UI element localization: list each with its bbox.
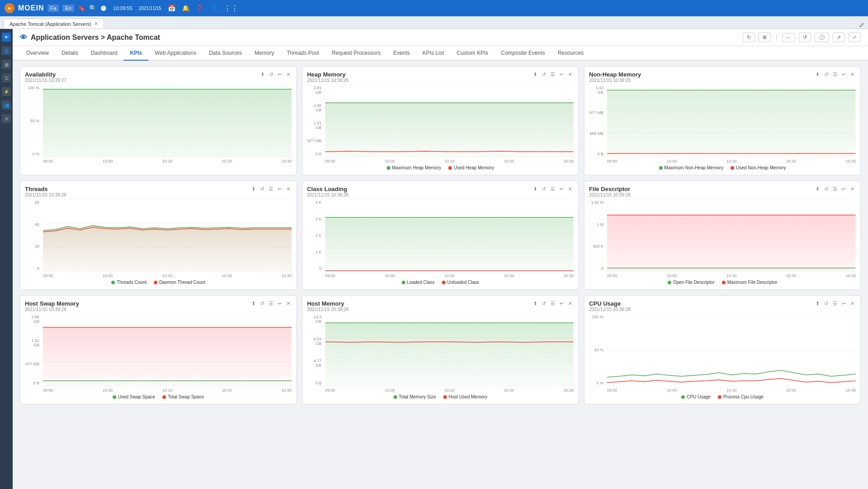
heap-memory-title: Heap Memory (307, 71, 349, 78)
cpu-reset-btn[interactable]: ↩ (840, 300, 847, 307)
y-label: 1 K (307, 250, 323, 254)
expand-button[interactable]: ⤢ (849, 33, 861, 42)
x-label: 10:00 (667, 159, 677, 163)
help-icon[interactable]: ❓ (196, 5, 204, 12)
x-label: 09:50 (325, 159, 336, 163)
host-memory-card: Host Memory 2021/11/15 10:39:28 ⬆ ↺ ☰ ↩ … (302, 295, 579, 404)
tab-kpis[interactable]: KPIs (123, 46, 148, 61)
heap-reset-btn[interactable]: ↩ (558, 71, 565, 78)
refresh-rate-button[interactable]: ↻ (743, 33, 755, 42)
class-close-btn[interactable]: ✕ (567, 186, 574, 192)
share-button[interactable]: ⇗ (833, 33, 845, 42)
non-heap-upload-btn[interactable]: ⬆ (814, 71, 821, 78)
cpu-refresh-btn[interactable]: ↺ (823, 300, 830, 307)
search-icon[interactable]: 🔍 (89, 5, 97, 12)
sidebar-item-list[interactable]: ☰ (2, 73, 11, 82)
sidebar-item-alerts[interactable]: ⚡ (2, 87, 11, 96)
availability-reset-btn[interactable]: ↩ (276, 71, 283, 78)
threads-refresh-btn[interactable]: ↺ (259, 186, 266, 192)
class-reset-btn[interactable]: ↩ (558, 186, 565, 192)
cpu-upload-btn[interactable]: ⬆ (814, 300, 821, 307)
tab-overview[interactable]: Overview (20, 46, 55, 61)
threads-reset-btn[interactable]: ↩ (276, 186, 283, 192)
swap-reset-btn[interactable]: ↩ (276, 300, 283, 307)
hm-refresh-btn[interactable]: ↺ (541, 300, 547, 307)
swap-list-btn[interactable]: ☰ (267, 300, 275, 307)
non-heap-close-btn[interactable]: ✕ (849, 71, 856, 78)
tab-details[interactable]: Details (55, 46, 85, 61)
sidebar-item-settings[interactable]: ⚙ (2, 114, 11, 123)
cpu-list-btn[interactable]: ☰ (831, 300, 839, 307)
heap-upload-btn[interactable]: ⬆ (532, 71, 539, 78)
availability-title: Availability (25, 71, 66, 78)
y-label: 0 B (307, 152, 323, 156)
hm-close-btn[interactable]: ✕ (567, 300, 574, 307)
class-list-btn[interactable]: ☰ (549, 186, 556, 192)
sidebar-item-dashboard[interactable]: ▦ (2, 60, 11, 69)
fd-reset-btn[interactable]: ↩ (840, 186, 847, 192)
heap-refresh-btn[interactable]: ↺ (541, 71, 547, 78)
availability-header: Availability 2021/11/15 10:39:27 ⬆ ↺ ↩ ✕ (25, 71, 292, 83)
bookmark-icon[interactable]: 🔖 (78, 5, 85, 12)
threads-list-btn[interactable]: ☰ (267, 186, 275, 192)
hm-reset-btn[interactable]: ↩ (558, 300, 565, 307)
non-heap-reset-btn[interactable]: ↩ (840, 71, 847, 78)
tab-memory[interactable]: Memory (248, 46, 280, 61)
tab-composite-events[interactable]: Composite Events (495, 46, 551, 61)
user-icon[interactable]: 👤 (210, 5, 218, 12)
tab-web-applications[interactable]: Web Applications (148, 46, 203, 61)
clock-button[interactable]: 🕐 (815, 33, 829, 42)
tab-custom-kpis[interactable]: Custom KPIs (450, 46, 494, 61)
bell-icon[interactable]: 🔔 (182, 5, 190, 12)
tab-data-sources[interactable]: Data Sources (203, 46, 248, 61)
fd-close-btn[interactable]: ✕ (849, 186, 856, 192)
page-title: 👁 Application Servers > Apache Tomcat (20, 34, 160, 42)
fd-legend: Open File Descriptor Maximum File Descri… (589, 280, 856, 285)
hm-upload-btn[interactable]: ⬆ (532, 300, 539, 307)
non-heap-list-btn[interactable]: ☰ (831, 71, 839, 78)
availability-close-btn[interactable]: ✕ (285, 71, 292, 78)
cpu-usage-dot (681, 395, 685, 399)
availability-upload-btn[interactable]: ⬆ (259, 71, 266, 78)
tab-request-processors[interactable]: Request Processors (325, 46, 387, 61)
class-refresh-btn[interactable]: ↺ (541, 186, 547, 192)
heap-close-btn[interactable]: ✕ (567, 71, 574, 78)
tab-threads-pool[interactable]: Threads Pool (280, 46, 325, 61)
swap-close-btn[interactable]: ✕ (285, 300, 292, 307)
threads-upload-btn[interactable]: ⬆ (250, 186, 257, 192)
chart-row-1: Availability 2021/11/15 10:39:27 ⬆ ↺ ↩ ✕ (20, 66, 861, 175)
tab-apache-tomcat[interactable]: Apache Tomcat (Application Servers) ✕ (4, 19, 104, 29)
menu-icon[interactable]: ⋮⋮ (224, 4, 238, 13)
tab-resources[interactable]: Resources (551, 46, 590, 61)
tab-events[interactable]: Events (387, 46, 416, 61)
sidebar-item-group[interactable]: 👥 (2, 101, 11, 110)
availability-refresh-btn[interactable]: ↺ (268, 71, 275, 78)
swap-refresh-btn[interactable]: ↺ (259, 300, 266, 307)
sidebar-item-user[interactable]: 👤 (2, 46, 11, 55)
lang-fa-button[interactable]: Fa (47, 5, 59, 12)
fd-refresh-btn[interactable]: ↺ (823, 186, 830, 192)
non-heap-refresh-btn[interactable]: ↺ (823, 71, 830, 78)
back-button[interactable]: ← (782, 33, 795, 42)
tab-kpis-list[interactable]: KPIs List (416, 46, 450, 61)
swap-upload-btn[interactable]: ⬆ (250, 300, 257, 307)
heap-list-btn[interactable]: ☰ (549, 71, 556, 78)
availability-x-labels: 09:50 10:00 10:10 10:20 10:30 (25, 159, 292, 163)
x-label: 10:30 (564, 388, 574, 393)
tab-close-icon[interactable]: ✕ (94, 21, 98, 27)
tab-dashboard[interactable]: Dashboard (85, 46, 124, 61)
fd-svg (607, 199, 856, 272)
sidebar-item-eye[interactable]: 👁 (2, 33, 11, 42)
forward-refresh-button[interactable]: ↺ (799, 33, 811, 42)
hm-list-btn[interactable]: ☰ (549, 300, 556, 307)
swap-y-labels: 2.86 GB 1.91 GB 977 MB 0 B (25, 314, 41, 386)
non-heap-max-label: Maximum Non-Heap Memory (664, 165, 724, 170)
split-button[interactable]: ⊞ (759, 33, 771, 42)
fd-list-btn[interactable]: ☰ (831, 186, 839, 192)
threads-close-btn[interactable]: ✕ (285, 186, 292, 192)
class-upload-btn[interactable]: ⬆ (532, 186, 539, 192)
lang-en-button[interactable]: En (62, 5, 74, 12)
maximize-icon[interactable]: ⤢ (859, 21, 868, 29)
fd-upload-btn[interactable]: ⬆ (814, 186, 821, 192)
cpu-close-btn[interactable]: ✕ (849, 300, 856, 307)
